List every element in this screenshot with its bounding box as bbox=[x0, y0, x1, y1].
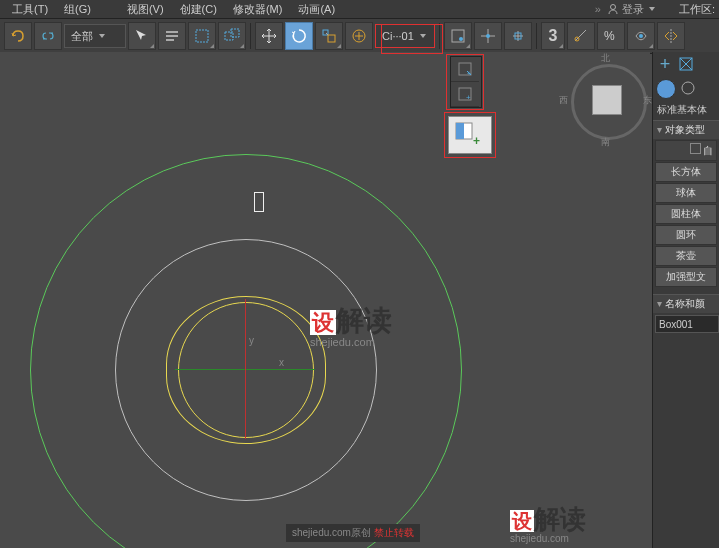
axis-y-label: y bbox=[249, 335, 254, 346]
category-label: 标准基本体 bbox=[653, 100, 719, 120]
btn-textplus[interactable]: 加强型文 bbox=[655, 267, 717, 287]
object-name-input[interactable] bbox=[655, 315, 719, 333]
viewport[interactable]: x y 设解读 shejiedu.com 设解读 shejiedu.com bbox=[0, 52, 650, 532]
move-icon[interactable] bbox=[255, 22, 283, 50]
btn-box[interactable]: 长方体 bbox=[655, 162, 717, 182]
snap-flyout-selected[interactable]: + bbox=[448, 116, 492, 154]
menu-bar: 工具(T) 组(G) 视图(V) 创建(C) 修改器(M) 动画(A) » 登录… bbox=[0, 0, 719, 19]
rect-select-icon[interactable] bbox=[188, 22, 216, 50]
overflow-icon[interactable]: » bbox=[595, 3, 601, 15]
select-object-icon[interactable] bbox=[128, 22, 156, 50]
svg-rect-6 bbox=[231, 29, 239, 37]
mirror-icon[interactable] bbox=[657, 22, 685, 50]
snap-flyout-1[interactable]: + bbox=[451, 57, 479, 82]
section-name-color[interactable]: 名称和颜 bbox=[653, 294, 719, 313]
menu-tools[interactable]: 工具(T) bbox=[4, 2, 56, 17]
viewcube-north[interactable]: 北 bbox=[601, 52, 610, 65]
selection-filter-dropdown[interactable]: 全部 bbox=[64, 24, 126, 48]
svg-text:+: + bbox=[466, 93, 471, 102]
geometry-icon[interactable] bbox=[656, 79, 676, 99]
watermark-1: 设解读 shejiedu.com bbox=[310, 302, 392, 348]
btn-cylinder[interactable]: 圆柱体 bbox=[655, 204, 717, 224]
btn-torus[interactable]: 圆环 bbox=[655, 225, 717, 245]
snap-flyout: + + bbox=[450, 56, 482, 108]
svg-point-25 bbox=[682, 82, 694, 94]
axis-x-label: x bbox=[279, 357, 284, 368]
btn-teapot[interactable]: 茶壶 bbox=[655, 246, 717, 266]
link-icon[interactable] bbox=[34, 22, 62, 50]
svg-rect-8 bbox=[328, 35, 335, 42]
percent-icon[interactable]: % bbox=[597, 22, 625, 50]
undo-history-icon[interactable] bbox=[4, 22, 32, 50]
btn-sphere[interactable]: 球体 bbox=[655, 183, 717, 203]
workspace-label: 工作区: bbox=[679, 2, 715, 17]
login-button[interactable]: 登录 bbox=[607, 2, 655, 17]
viewcube-west[interactable]: 西 bbox=[559, 94, 568, 107]
svg-text:%: % bbox=[604, 29, 615, 43]
viewcube-south[interactable]: 南 bbox=[601, 136, 610, 149]
svg-text:+: + bbox=[467, 70, 471, 77]
text-cursor-icon bbox=[254, 192, 264, 212]
svg-rect-1 bbox=[166, 31, 178, 33]
spinner-snap-icon[interactable] bbox=[567, 22, 595, 50]
section-object-type[interactable]: 对象类型 bbox=[653, 120, 719, 139]
menu-anim[interactable]: 动画(A) bbox=[290, 2, 343, 17]
menu-modifier[interactable]: 修改器(M) bbox=[225, 2, 291, 17]
viewcube-east[interactable]: 东 bbox=[643, 94, 652, 107]
scale-icon[interactable] bbox=[315, 22, 343, 50]
angle-snap-icon[interactable] bbox=[474, 22, 502, 50]
menu-view[interactable]: 视图(V) bbox=[119, 2, 172, 17]
svg-point-0 bbox=[610, 5, 615, 10]
edit-named-sel-icon[interactable] bbox=[627, 22, 655, 50]
footer-watermark: shejiedu.com原创 禁止转载 bbox=[286, 524, 420, 542]
svg-rect-22 bbox=[456, 123, 464, 139]
select-by-name-icon[interactable] bbox=[158, 22, 186, 50]
create-tab-icon[interactable]: + bbox=[656, 56, 674, 74]
svg-point-12 bbox=[486, 34, 490, 38]
user-icon bbox=[607, 3, 619, 15]
svg-text:+: + bbox=[473, 134, 480, 148]
snap-3-icon[interactable]: 3 bbox=[541, 22, 565, 50]
menu-group[interactable]: 组(G) bbox=[56, 2, 99, 17]
rotate-gizmo-ellipse[interactable] bbox=[166, 296, 326, 444]
command-panel: + 标准基本体 对象类型 自 长方体 球体 圆柱体 圆环 茶壶 加强型文 名称和… bbox=[652, 52, 719, 548]
placement-icon[interactable] bbox=[345, 22, 373, 50]
watermark-2: 设解读 shejiedu.com bbox=[510, 502, 586, 544]
named-selection-dropdown[interactable]: Ci···01 bbox=[375, 24, 435, 48]
window-crossing-icon[interactable] bbox=[218, 22, 246, 50]
snap-toggle-icon[interactable] bbox=[444, 22, 472, 50]
svg-rect-2 bbox=[166, 35, 178, 37]
shapes-icon[interactable] bbox=[679, 79, 697, 99]
snap-flyout-2[interactable]: + bbox=[451, 82, 479, 107]
autogrid-checkbox[interactable]: 自 bbox=[655, 140, 717, 161]
svg-point-11 bbox=[459, 37, 463, 41]
menu-create[interactable]: 创建(C) bbox=[172, 2, 225, 17]
svg-rect-3 bbox=[166, 39, 174, 41]
main-toolbar: 全部 Ci···01 3 % bbox=[0, 19, 719, 54]
svg-point-16 bbox=[639, 34, 643, 38]
rotate-icon[interactable] bbox=[285, 22, 313, 50]
viewcube[interactable]: 北 南 东 西 bbox=[571, 64, 641, 134]
modify-tab-icon[interactable] bbox=[677, 55, 695, 75]
svg-rect-4 bbox=[196, 30, 208, 42]
percent-snap-icon[interactable] bbox=[504, 22, 532, 50]
svg-rect-5 bbox=[225, 32, 233, 40]
